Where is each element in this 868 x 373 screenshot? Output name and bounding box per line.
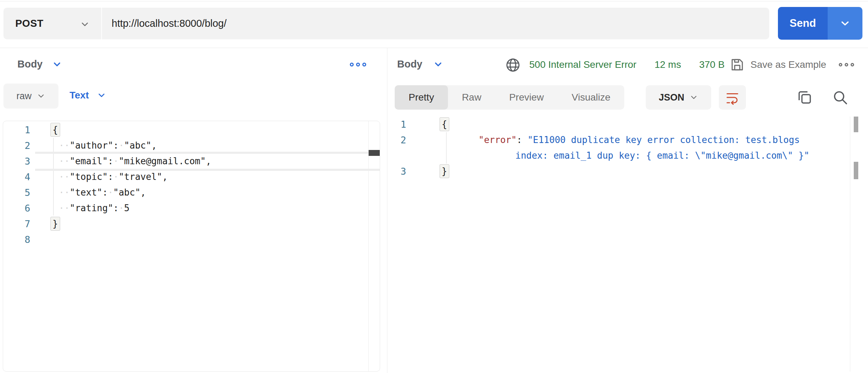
code-line[interactable]: 1{: [389, 117, 850, 132]
fold-gutter: {: [409, 117, 457, 132]
code-line[interactable]: 5··"text":·"abc",: [3, 185, 380, 200]
code-text: ··"email":·"mike@gmail.com",: [59, 153, 211, 169]
response-size[interactable]: 370 B: [699, 59, 724, 70]
send-button-group: Send: [778, 7, 862, 40]
line-number: 3: [3, 153, 35, 169]
code-text: ··"author":·"abc",: [59, 138, 157, 153]
request-body-editor[interactable]: 1{2··"author":·"abc",3··"email":·"mike@g…: [3, 121, 380, 372]
fold-gutter: [35, 185, 59, 200]
body-format-label: raw: [16, 91, 32, 102]
url-text: http://localhost:8000/blog/: [112, 18, 227, 29]
code-line[interactable]: 4··"topic":·"travel",: [3, 169, 380, 185]
response-view-tabs: Pretty Raw Preview Visualize: [395, 85, 624, 110]
response-language-select[interactable]: JSON: [646, 85, 711, 110]
line-number: 5: [3, 185, 35, 200]
request-body-title: Body: [17, 58, 43, 70]
brace-fold-marker[interactable]: {: [50, 123, 60, 137]
code-line[interactable]: 3··"email":·"mike@gmail.com",: [3, 153, 380, 169]
fold-gutter: [35, 169, 59, 185]
fold-gutter: [35, 138, 59, 153]
code-line[interactable]: 7}: [3, 216, 380, 232]
raw-language-label: Text: [70, 90, 89, 101]
more-options-icon: [350, 63, 354, 66]
copy-button[interactable]: [796, 89, 813, 106]
url-input[interactable]: http://localhost:8000/blog/: [102, 8, 769, 39]
response-body-title: Body: [397, 58, 423, 70]
request-body-code: 1{2··"author":·"abc",3··"email":·"mike@g…: [3, 121, 380, 371]
send-options-button[interactable]: [828, 7, 862, 40]
chevron-down-icon: [80, 19, 90, 30]
save-as-example-button[interactable]: Save as Example: [730, 57, 826, 72]
chevron-down-icon: [52, 59, 62, 70]
editor-scrollbar-thumb[interactable]: [369, 150, 380, 156]
code-text: "error": "E11000 duplicate key error col…: [457, 132, 800, 148]
request-response-divider: [0, 48, 868, 48]
save-icon: [730, 57, 745, 72]
code-line[interactable]: index: email_1 dup key: { email: \"mike@…: [389, 148, 850, 164]
panel-divider: [387, 48, 387, 373]
fold-guide-line: [53, 138, 54, 215]
request-bar: POST http://localhost:8000/blog/: [3, 8, 769, 39]
code-line[interactable]: 3}: [389, 164, 850, 179]
method-label: POST: [15, 18, 43, 29]
more-options-icon: [845, 63, 848, 66]
chevron-down-icon: [97, 90, 106, 100]
more-options-icon: [851, 63, 854, 66]
send-button[interactable]: Send: [778, 7, 828, 40]
response-body-viewer[interactable]: 1{2"error": "E11000 duplicate key error …: [389, 117, 850, 372]
request-more-options-button[interactable]: [350, 63, 366, 66]
network-globe-icon[interactable]: [505, 57, 521, 73]
code-line[interactable]: 2"error": "E11000 duplicate key error co…: [389, 132, 850, 148]
line-number: 3: [389, 164, 409, 179]
more-options-icon: [356, 63, 360, 66]
status-badge[interactable]: 500 Internal Server Error: [529, 59, 636, 70]
line-number: 7: [3, 216, 35, 232]
search-button[interactable]: [832, 89, 849, 106]
line-number: 1: [3, 122, 35, 138]
more-options-icon: [362, 63, 366, 66]
response-time[interactable]: 12 ms: [654, 59, 681, 70]
wrap-lines-button[interactable]: [719, 85, 746, 110]
fold-gutter: }: [35, 216, 59, 232]
chevron-down-icon: [433, 59, 443, 70]
fold-gutter: [35, 232, 59, 247]
response-scrollbar-marker[interactable]: [854, 162, 858, 179]
response-scrollbar-track: [850, 117, 850, 372]
wrap-lines-icon: [725, 90, 740, 105]
line-number: 2: [3, 138, 35, 153]
fold-gutter: }: [409, 164, 457, 179]
chevron-down-icon: [839, 17, 851, 29]
response-body-code: 1{2"error": "E11000 duplicate key error …: [389, 117, 850, 372]
code-line[interactable]: 6··"rating":·5: [3, 200, 380, 216]
code-text: ··"rating":·5: [59, 200, 130, 216]
fold-gutter: [409, 132, 457, 148]
brace-fold-marker[interactable]: }: [50, 217, 60, 231]
response-language-label: JSON: [659, 92, 684, 103]
chevron-down-icon: [689, 93, 698, 102]
code-line[interactable]: 8: [3, 232, 380, 247]
fold-guide-line: [446, 132, 447, 164]
response-body-header[interactable]: Body: [397, 58, 443, 70]
request-body-header[interactable]: Body: [17, 58, 62, 70]
fold-gutter: {: [35, 122, 59, 138]
response-scrollbar-thumb[interactable]: [854, 117, 858, 132]
code-text: index: email_1 dup key: { email: \"mike@…: [457, 148, 809, 164]
line-number: 1: [389, 117, 409, 132]
method-select[interactable]: POST: [3, 8, 102, 39]
more-options-icon: [839, 63, 842, 66]
code-line[interactable]: 2··"author":·"abc",: [3, 138, 380, 153]
tab-raw[interactable]: Raw: [448, 85, 495, 110]
raw-language-select[interactable]: Text: [70, 90, 106, 101]
body-format-select[interactable]: raw: [3, 84, 58, 109]
brace-fold-marker[interactable]: {: [440, 117, 449, 131]
fold-gutter: [35, 153, 59, 169]
tab-preview[interactable]: Preview: [495, 85, 558, 110]
code-line[interactable]: 1{: [3, 122, 380, 138]
app-window: POST http://localhost:8000/blog/ Send Bo…: [0, 0, 868, 373]
line-number: [389, 148, 409, 164]
editor-scrollbar-track: [368, 121, 369, 371]
tab-visualize[interactable]: Visualize: [558, 85, 625, 110]
brace-fold-marker[interactable]: }: [440, 164, 449, 178]
tab-pretty[interactable]: Pretty: [395, 85, 448, 110]
response-more-options-button[interactable]: [839, 63, 854, 66]
